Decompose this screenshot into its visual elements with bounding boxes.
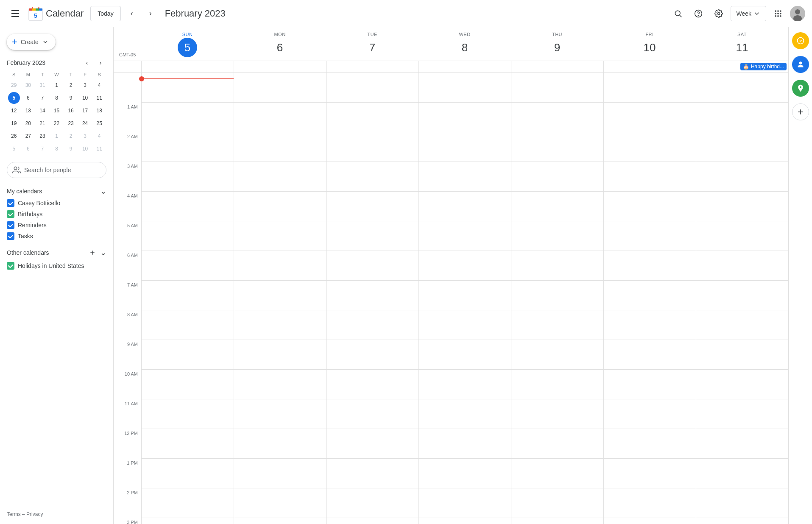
mini-cal-day[interactable]: 29 xyxy=(8,79,20,91)
mini-cal-day[interactable]: 10 xyxy=(79,92,91,104)
create-button[interactable]: + Create xyxy=(7,34,56,50)
mini-cal-day[interactable]: 27 xyxy=(22,130,34,142)
mini-cal-day[interactable]: 7 xyxy=(36,92,48,104)
birthday-event[interactable]: 🎂 Happy birthd... xyxy=(740,63,787,70)
terms-link[interactable]: Terms xyxy=(7,511,21,517)
week-day-col-fri[interactable]: FRI 10 xyxy=(603,27,696,61)
other-calendars-add-button[interactable] xyxy=(87,247,98,259)
time-slot-3am: 3 AM xyxy=(114,162,141,192)
mini-cal-day-today[interactable]: 5 xyxy=(8,92,20,104)
search-button[interactable] xyxy=(670,5,686,22)
mini-cal-day[interactable]: 13 xyxy=(22,105,34,117)
my-calendars-header[interactable]: My calendars ⌄ xyxy=(3,185,110,198)
mini-cal-day[interactable]: 16 xyxy=(65,105,77,117)
other-calendars-header[interactable]: Other calendars ⌄ xyxy=(3,245,110,260)
mini-cal-day[interactable]: 1 xyxy=(50,130,62,142)
mini-cal-day[interactable]: 26 xyxy=(8,130,20,142)
week-day-col-tue[interactable]: TUE 7 xyxy=(326,27,419,61)
week-day-col-sat[interactable]: SAT 11 xyxy=(696,27,788,61)
mini-cal-day[interactable]: 19 xyxy=(8,117,20,129)
calendar-item-reminders[interactable]: Reminders xyxy=(3,220,110,231)
mini-cal-day[interactable]: 15 xyxy=(50,105,62,117)
mini-cal-day[interactable]: 11 xyxy=(93,143,105,155)
mini-cal-day[interactable]: 6 xyxy=(22,92,34,104)
calendar-item-holidays[interactable]: Holidays in United States xyxy=(3,260,110,271)
svg-rect-10 xyxy=(39,8,42,11)
week-day-col-mon[interactable]: MON 6 xyxy=(234,27,326,61)
add-panel-button[interactable] xyxy=(792,103,809,120)
week-day-col-wed[interactable]: WED 8 xyxy=(419,27,511,61)
mini-cal-day[interactable]: 24 xyxy=(79,117,91,129)
mini-cal-day[interactable]: 8 xyxy=(50,92,62,104)
search-people-input[interactable]: Search for people xyxy=(7,162,106,178)
mini-cal-day[interactable]: 12 xyxy=(8,105,20,117)
mini-cal-day[interactable]: 31 xyxy=(36,79,48,91)
svg-rect-23 xyxy=(777,15,779,17)
next-period-button[interactable]: › xyxy=(143,6,158,21)
search-people-placeholder: Search for people xyxy=(24,167,71,173)
week-day-col-sun[interactable]: SUN 5 xyxy=(141,27,234,61)
today-button[interactable]: Today xyxy=(90,6,120,21)
svg-rect-7 xyxy=(29,8,32,11)
hour-line xyxy=(696,73,788,103)
mini-cal-day[interactable]: 8 xyxy=(50,143,62,155)
prev-period-button[interactable]: ‹ xyxy=(124,6,140,21)
mini-cal-day[interactable]: 20 xyxy=(22,117,34,129)
hour-line xyxy=(511,132,603,162)
hour-line xyxy=(326,162,419,192)
week-scroll-area[interactable]: 1 AM 2 AM 3 AM 4 AM 5 AM 6 AM 7 AM 8 AM … xyxy=(114,73,788,524)
mini-cal-day[interactable]: 7 xyxy=(36,143,48,155)
mini-cal-day[interactable]: 3 xyxy=(79,130,91,142)
svg-point-28 xyxy=(14,167,17,170)
mini-cal-prev-button[interactable]: ‹ xyxy=(81,57,93,69)
calendar-item-birthdays[interactable]: Birthdays xyxy=(3,209,110,220)
mini-cal-day[interactable]: 2 xyxy=(65,79,77,91)
mini-cal-day[interactable]: 17 xyxy=(79,105,91,117)
mini-cal-day[interactable]: 1 xyxy=(50,79,62,91)
apps-grid-button[interactable] xyxy=(770,5,787,22)
mini-cal-week-2: 5 6 7 8 9 10 11 xyxy=(7,92,106,104)
week-day-col-thu[interactable]: THU 9 xyxy=(511,27,603,61)
day-name-sat: SAT xyxy=(737,32,747,37)
hour-line xyxy=(326,103,419,132)
mini-cal-day[interactable]: 5 xyxy=(8,143,20,155)
tasks-panel-button[interactable] xyxy=(792,32,809,49)
mini-cal-day[interactable]: 21 xyxy=(36,117,48,129)
settings-button[interactable] xyxy=(710,5,727,22)
mini-cal-day[interactable]: 30 xyxy=(22,79,34,91)
mini-cal-day[interactable]: 10 xyxy=(79,143,91,155)
all-day-cell-sun xyxy=(141,61,234,72)
mini-cal-day[interactable]: 11 xyxy=(93,92,105,104)
contacts-panel-button[interactable] xyxy=(792,56,809,73)
hamburger-menu-button[interactable] xyxy=(7,5,24,22)
help-button[interactable] xyxy=(690,5,707,22)
create-plus-icon: + xyxy=(12,37,17,47)
day-name-fri: FRI xyxy=(645,32,653,37)
mini-cal-day[interactable]: 18 xyxy=(93,105,105,117)
mini-cal-day[interactable]: 28 xyxy=(36,130,48,142)
mini-cal-day[interactable]: 4 xyxy=(93,79,105,91)
time-slot-4am: 4 AM xyxy=(114,192,141,221)
mini-cal-day[interactable]: 23 xyxy=(65,117,77,129)
hour-line xyxy=(604,518,696,524)
mini-cal-next-button[interactable]: › xyxy=(95,57,106,69)
view-selector-button[interactable]: Week xyxy=(731,6,766,21)
user-avatar-button[interactable] xyxy=(790,6,805,21)
mini-cal-day[interactable]: 4 xyxy=(93,130,105,142)
mini-cal-day[interactable]: 2 xyxy=(65,130,77,142)
mini-cal-day[interactable]: 22 xyxy=(50,117,62,129)
mini-cal-day[interactable]: 9 xyxy=(65,143,77,155)
hour-line xyxy=(419,103,511,132)
mini-cal-day[interactable]: 25 xyxy=(93,117,105,129)
day-name-mon: MON xyxy=(274,32,285,37)
hour-line xyxy=(604,429,696,459)
mini-cal-day[interactable]: 6 xyxy=(22,143,34,155)
mini-cal-day[interactable]: 14 xyxy=(36,105,48,117)
mini-cal-day[interactable]: 9 xyxy=(65,92,77,104)
maps-panel-button[interactable] xyxy=(792,80,809,97)
calendar-item-casey[interactable]: Casey Botticello xyxy=(3,198,110,209)
mini-cal-day[interactable]: 3 xyxy=(79,79,91,91)
calendar-label-casey: Casey Botticello xyxy=(18,200,60,206)
calendar-item-tasks[interactable]: Tasks xyxy=(3,231,110,242)
privacy-link[interactable]: Privacy xyxy=(26,511,43,517)
